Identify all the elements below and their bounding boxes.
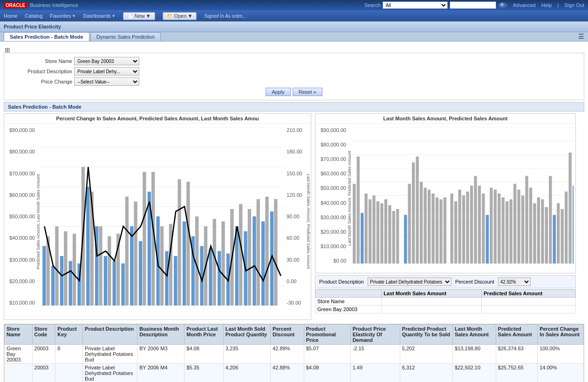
left-chart-area bbox=[41, 124, 286, 319]
reset-button[interactable]: Reset » bbox=[293, 88, 322, 96]
svg-rect-18 bbox=[113, 261, 116, 306]
rt-store-value: Green Bay 20003 bbox=[315, 306, 382, 313]
rt-store-label: Store Name bbox=[315, 298, 382, 306]
table-cell: $25,752.65 bbox=[496, 364, 538, 382]
store-name-select[interactable]: Green Bay 20003 bbox=[74, 57, 139, 65]
svg-rect-126 bbox=[404, 215, 407, 264]
product-desc-select[interactable]: Private Label Dehy... bbox=[74, 67, 139, 76]
svg-rect-122 bbox=[561, 209, 563, 264]
svg-rect-44 bbox=[108, 236, 111, 306]
th-promo-price: Product Promotional Price bbox=[304, 325, 350, 345]
ry-label-1: 210.00 bbox=[287, 127, 304, 133]
svg-rect-110 bbox=[509, 199, 512, 264]
svg-rect-83 bbox=[388, 205, 391, 264]
tabs-options[interactable]: ☰ bbox=[578, 33, 584, 41]
table-cell: 14.00% bbox=[538, 364, 584, 382]
rt-last-month-2 bbox=[382, 306, 482, 313]
svg-rect-25 bbox=[174, 256, 177, 306]
left-y-axis: $90,000.00 $80,000.00 $70,000.00 $60,000… bbox=[4, 124, 36, 319]
right-chart-svg bbox=[352, 127, 574, 264]
right-chart-y-label: Last Month Sales Amount, Predicted Sales… bbox=[347, 124, 352, 273]
th-product-key: Product Key bbox=[55, 325, 83, 345]
th-product-desc: Product Description bbox=[83, 325, 137, 345]
ry-label-3: 150.00 bbox=[287, 171, 304, 176]
product-desc-label: Product Description bbox=[12, 69, 72, 74]
search-label: Search bbox=[364, 2, 381, 8]
left-chart-title: Percent Change In Sales Amount, Predicte… bbox=[4, 114, 311, 124]
tabs-menu-icon[interactable]: ☰ bbox=[578, 33, 584, 40]
th-store-code: Store Code bbox=[32, 325, 55, 345]
svg-rect-128 bbox=[553, 215, 556, 264]
ry-label-6: 60.00 bbox=[287, 235, 304, 241]
tab-sales-prediction-batch[interactable]: Sales Prediction - Batch Mode bbox=[4, 32, 89, 41]
th-last-month-sales: Last Month Sales Amount bbox=[453, 325, 496, 345]
table-cell: 20003 bbox=[32, 345, 55, 364]
tab-dynamic-sales-prediction[interactable]: Dynamic Sales Prediction bbox=[90, 32, 161, 41]
table-cell: 42.88% bbox=[271, 364, 304, 382]
svg-rect-26 bbox=[183, 222, 186, 306]
pct-discount-select[interactable]: 42.92% bbox=[498, 278, 531, 286]
search-button[interactable]: 🔍 bbox=[498, 2, 507, 8]
svg-rect-115 bbox=[529, 188, 532, 264]
table-cell: 3,235 bbox=[223, 345, 270, 364]
scroll-icon[interactable]: ⊞ bbox=[5, 46, 10, 54]
advanced-link[interactable]: Advanced bbox=[513, 2, 536, 8]
svg-rect-24 bbox=[165, 251, 168, 306]
svg-rect-98 bbox=[458, 189, 461, 264]
signout-link[interactable]: Sign Out bbox=[564, 2, 584, 8]
rcy-label-10: $0.00 bbox=[316, 258, 346, 264]
svg-rect-113 bbox=[521, 195, 524, 264]
right-chart-y-axis: $90,000.00 $80,000.00 $70,000.00 $60,000… bbox=[315, 124, 347, 273]
table-cell: 8 bbox=[55, 345, 83, 364]
svg-rect-88 bbox=[416, 157, 419, 264]
svg-rect-61 bbox=[257, 199, 260, 306]
new-button[interactable]: 📄 New ▼ bbox=[123, 12, 155, 20]
filter-row-price-change: Price Change --Select Value-- bbox=[12, 77, 576, 86]
svg-rect-117 bbox=[537, 197, 540, 264]
svg-rect-60 bbox=[248, 209, 251, 306]
rt-header-last-month: Last Month Sales Amount bbox=[382, 290, 482, 298]
svg-rect-127 bbox=[486, 215, 489, 264]
svg-rect-76 bbox=[357, 157, 360, 264]
price-change-select[interactable]: --Select Value-- bbox=[74, 77, 139, 86]
svg-rect-118 bbox=[541, 199, 544, 264]
dashboards-dropdown[interactable]: Dashboards ▼ bbox=[83, 13, 115, 19]
rcy-label-2: $80,000.00 bbox=[316, 142, 346, 147]
svg-rect-116 bbox=[533, 203, 536, 264]
tabs-bar: Sales Prediction - Batch Mode Dynamic Sa… bbox=[0, 32, 588, 42]
svg-rect-89 bbox=[420, 182, 423, 264]
svg-rect-124 bbox=[568, 153, 571, 264]
page-title-bar: Product Price Elasticity bbox=[0, 21, 588, 32]
table-cell: $26,374.63 bbox=[496, 345, 538, 364]
help-link[interactable]: Help bbox=[541, 2, 552, 8]
scroll-area: ⊞ bbox=[4, 45, 584, 53]
open-button[interactable]: 📁 Open ▼ bbox=[163, 12, 197, 20]
open-label: Open bbox=[174, 13, 187, 19]
new-label: New bbox=[135, 13, 145, 19]
favorites-dropdown[interactable]: Favorites ▼ bbox=[50, 13, 75, 19]
table-cell: $4.08 bbox=[304, 364, 350, 382]
favorites-arrow-icon: ▼ bbox=[72, 14, 76, 18]
right-chart-title: Last Month Sales Amount, Predicted Sales… bbox=[315, 114, 575, 124]
y-label-5: $50,000.00 bbox=[5, 214, 35, 219]
svg-rect-52 bbox=[178, 179, 181, 306]
svg-rect-109 bbox=[506, 201, 508, 264]
catalog-link[interactable]: Catalog bbox=[25, 13, 42, 19]
section-title: Sales Prediction - Batch Mode bbox=[4, 102, 584, 111]
product-desc-ctrl-select[interactable]: Private Label Dehydrated Potatoes Bud bbox=[368, 278, 451, 286]
svg-rect-106 bbox=[494, 189, 497, 264]
search-scope-select[interactable]: All bbox=[383, 1, 448, 9]
bi-title: Business Intelligence bbox=[30, 2, 364, 8]
search-input[interactable] bbox=[450, 1, 496, 9]
rt-header-store bbox=[315, 290, 382, 298]
svg-rect-79 bbox=[372, 195, 375, 264]
th-last-month-price: Product Last Month Price bbox=[185, 325, 223, 345]
apply-button[interactable]: Apply bbox=[266, 88, 291, 96]
home-link[interactable]: Home bbox=[4, 13, 17, 19]
table-cell: BY 2006 M3 bbox=[137, 345, 185, 364]
table-cell: Green Bay 20003 bbox=[5, 345, 33, 364]
svg-rect-54 bbox=[195, 216, 198, 306]
svg-rect-107 bbox=[498, 194, 500, 264]
svg-rect-121 bbox=[557, 203, 560, 264]
svg-rect-123 bbox=[565, 192, 567, 264]
